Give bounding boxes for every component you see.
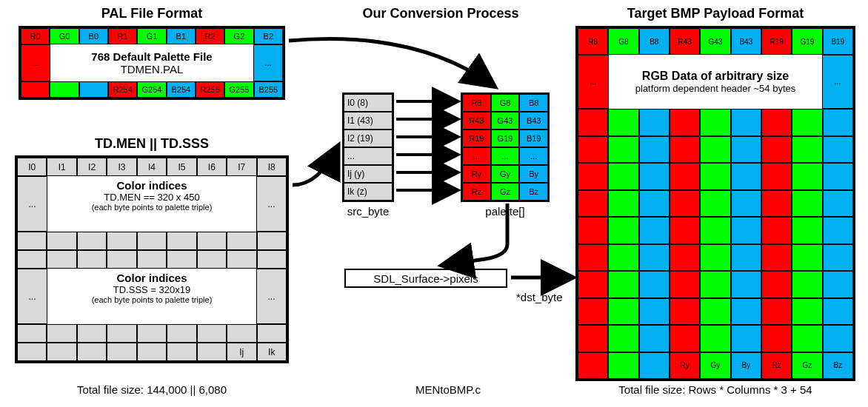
bmp-cell bbox=[761, 190, 792, 217]
bmp-cell bbox=[700, 217, 730, 243]
pal-cell: B254 bbox=[167, 81, 196, 98]
td-cell bbox=[107, 324, 136, 343]
bmp-cell bbox=[608, 271, 638, 297]
file-label: MENtoBMP.c bbox=[344, 383, 552, 396]
bmp-cell bbox=[608, 163, 638, 189]
td-cell bbox=[137, 232, 167, 250]
td-cell bbox=[47, 343, 76, 361]
td-block: I0 I1 I2 I3 I4 I5 I6 I7 I8 ... Color ind… bbox=[15, 155, 289, 363]
bmp-cell bbox=[608, 217, 638, 243]
bmp-cell bbox=[700, 244, 730, 271]
bmp-cell bbox=[670, 244, 700, 271]
pal-cell: G0 bbox=[50, 28, 79, 44]
pal-cell bbox=[50, 81, 79, 98]
td-cell bbox=[17, 324, 47, 343]
bmp-block: R8 G8 B8 R43 G43 B43 R19 G19 B19 ... RGB… bbox=[575, 26, 855, 381]
td-cell bbox=[77, 343, 107, 361]
bmp-cell: G43 bbox=[700, 28, 730, 55]
bmp-cell bbox=[670, 109, 700, 135]
bmp-cell bbox=[823, 325, 853, 352]
td-cell: I6 bbox=[197, 158, 227, 176]
td-cell bbox=[167, 324, 196, 343]
pal-t-cell: R19 bbox=[462, 130, 491, 147]
bmp-cell bbox=[761, 244, 792, 271]
bmp-cell bbox=[761, 325, 792, 352]
td-cell: I8 bbox=[257, 158, 287, 176]
pal-t-cell: Ry bbox=[462, 165, 491, 183]
td-cell bbox=[137, 324, 167, 343]
td-cell bbox=[197, 343, 227, 361]
td-cell bbox=[107, 343, 136, 361]
bmp-info1: RGB Data of arbitrary size bbox=[609, 70, 822, 83]
bmp-cell bbox=[670, 217, 700, 243]
bmp-cell bbox=[670, 163, 700, 189]
palette-table: R8G8B8 R43G43B43 R19G19B19 ......... RyG… bbox=[461, 92, 550, 202]
bmp-cell bbox=[639, 325, 670, 352]
bmp-cell bbox=[670, 190, 700, 217]
bmp-cell bbox=[761, 298, 792, 325]
pal-cell: R2 bbox=[196, 28, 224, 44]
pal-t-cell: R8 bbox=[462, 94, 491, 112]
bmp-cell: B43 bbox=[731, 28, 761, 55]
pal-t-cell: B19 bbox=[519, 130, 548, 147]
td-cell bbox=[47, 324, 76, 343]
bmp-cell bbox=[608, 325, 638, 352]
conv-title: Our Conversion Process bbox=[326, 6, 555, 21]
bmp-cell bbox=[578, 325, 608, 352]
bmp-cell bbox=[639, 352, 670, 379]
td-info2-b: (each byte points to palette triple) bbox=[47, 295, 256, 304]
bmp-cell bbox=[639, 163, 670, 189]
bmp-cell bbox=[731, 271, 761, 297]
pal-cell bbox=[79, 81, 108, 98]
td-title: TD.MEN || TD.SSS bbox=[15, 136, 289, 152]
td-cell bbox=[137, 250, 167, 269]
bmp-cell bbox=[578, 271, 608, 297]
bmp-cell bbox=[731, 109, 761, 135]
bmp-cell bbox=[639, 109, 670, 135]
bmp-cell bbox=[731, 298, 761, 325]
td-dots: ... bbox=[256, 176, 287, 232]
shift-label: << 2 bbox=[467, 74, 489, 87]
bmp-cell bbox=[639, 298, 670, 325]
td-cell bbox=[197, 250, 227, 269]
bmp-cell: R43 bbox=[670, 28, 700, 55]
pal-cell bbox=[21, 81, 50, 98]
pal-cell: B2 bbox=[254, 28, 283, 44]
pal-dots: ... bbox=[21, 44, 50, 81]
bmp-cell bbox=[608, 244, 638, 271]
bmp-cell bbox=[700, 109, 730, 135]
td-cell: I7 bbox=[227, 158, 256, 176]
pal-t-cell: Bz bbox=[519, 183, 548, 201]
bmp-cell bbox=[792, 325, 822, 352]
bmp-cell bbox=[608, 352, 638, 379]
bmp-cell bbox=[792, 190, 822, 217]
pal-mid1: 768 Default Palette File bbox=[50, 50, 253, 63]
bmp-dots: ... bbox=[578, 55, 609, 109]
td-info1-b: (each byte points to palette triple) bbox=[47, 203, 256, 212]
bmp-cell bbox=[731, 244, 761, 271]
bmp-foot: Total file size: Rows * Columns * 3 + 54 bbox=[575, 383, 855, 396]
bmp-cell bbox=[761, 109, 792, 135]
td-cell: Ij bbox=[227, 343, 256, 361]
bmp-cell bbox=[639, 271, 670, 297]
bmp-cell bbox=[731, 325, 761, 352]
bmp-cell bbox=[700, 136, 730, 163]
bmp-cell bbox=[761, 136, 792, 163]
bmp-cell bbox=[700, 163, 730, 189]
bmp-cell bbox=[700, 298, 730, 325]
bmp-cell bbox=[578, 109, 608, 135]
bmp-cell: G19 bbox=[792, 28, 822, 55]
td-dots: ... bbox=[17, 269, 47, 324]
bmp-cell bbox=[823, 271, 853, 297]
td-cell: I4 bbox=[137, 158, 167, 176]
pal-cell: R0 bbox=[21, 28, 50, 44]
pal-dots: ... bbox=[253, 44, 283, 81]
bmp-cell bbox=[578, 244, 608, 271]
bmp-cell bbox=[578, 298, 608, 325]
bmp-cell bbox=[639, 217, 670, 243]
pal-cell: R254 bbox=[108, 81, 137, 98]
bmp-cell bbox=[608, 298, 638, 325]
bmp-cell bbox=[608, 190, 638, 217]
bmp-cell: R8 bbox=[578, 28, 608, 55]
bmp-cell bbox=[670, 325, 700, 352]
